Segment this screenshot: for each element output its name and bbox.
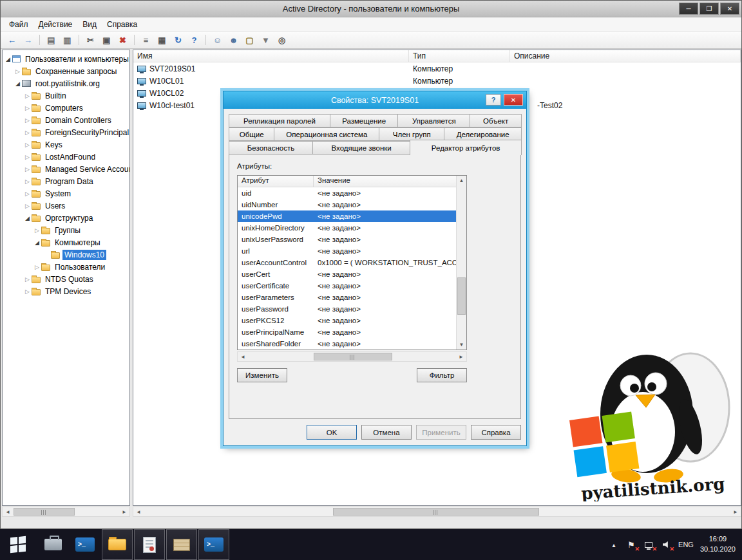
attribute-row[interactable]: userSharedFolder<не задано>	[238, 338, 456, 350]
collapse-arrow-icon[interactable]: ◢	[33, 239, 41, 246]
tree-item-domain-root[interactable]: ◢root.pyatilistnik.org	[3, 77, 129, 89]
find-icon[interactable]: ◎	[274, 33, 289, 47]
tab-password-replication[interactable]: Репликация паролей	[229, 114, 330, 127]
expand-arrow-icon[interactable]: ▷	[23, 142, 32, 148]
table-row[interactable]: SVT2019S01Компьютер	[133, 62, 741, 75]
column-header-description[interactable]: Описание	[510, 50, 741, 62]
attribute-row[interactable]: uid<не задано>	[238, 187, 456, 199]
back-icon[interactable]: ←	[5, 33, 19, 47]
tree-item-tpm-devices[interactable]: ▷TPM Devices	[3, 285, 129, 297]
scroll-right-icon[interactable]	[456, 352, 466, 361]
powershell-ise-button[interactable]	[198, 529, 229, 560]
tab-dial-in[interactable]: Входящие звонки	[312, 141, 410, 154]
powershell-button[interactable]	[70, 529, 100, 560]
delete-icon[interactable]: ✖	[115, 33, 130, 47]
table-row[interactable]: W10CL01Компьютер	[133, 75, 741, 87]
tree-item-orgstructure[interactable]: ◢Оргструктура	[3, 212, 129, 224]
expand-arrow-icon[interactable]: ▷	[23, 288, 32, 295]
server-manager-button[interactable]	[37, 529, 68, 560]
scroll-left-icon[interactable]	[133, 507, 144, 516]
tab-object[interactable]: Объект	[470, 114, 522, 127]
menu-file[interactable]: Файл	[4, 18, 33, 31]
expand-arrow-icon[interactable]: ▷	[23, 154, 32, 160]
add-user-icon[interactable]: ☺	[210, 33, 225, 47]
attribute-row[interactable]: unixUserPassword<не задано>	[238, 234, 456, 245]
expand-arrow-icon[interactable]: ▷	[23, 129, 32, 136]
library-button[interactable]	[166, 529, 197, 560]
tree-item-domain-controllers[interactable]: ▷Domain Controllers	[3, 114, 129, 126]
attributes-horizontal-scrollbar[interactable]	[237, 351, 467, 362]
tree-item-foreign-security-principals[interactable]: ▷ForeignSecurityPrincipal:	[3, 126, 129, 138]
tab-delegation[interactable]: Делегирование	[444, 127, 522, 141]
tree-item-ntds-quotas[interactable]: ▷NTDS Quotas	[3, 273, 129, 285]
tree-item-console-root[interactable]: ◢Пользователи и компьютеры	[3, 53, 129, 65]
scroll-left-icon[interactable]	[3, 507, 13, 516]
start-button[interactable]	[0, 529, 36, 560]
scroll-left-icon[interactable]	[238, 352, 248, 361]
help-button[interactable]: Справка	[471, 425, 521, 440]
expand-arrow-icon[interactable]: ▷	[23, 105, 32, 111]
tree-item-computers-ou[interactable]: ◢Компьютеры	[3, 236, 129, 248]
tree-item-lost-and-found[interactable]: ▷LostAndFound	[3, 151, 129, 163]
attribute-row[interactable]: uidNumber<не задано>	[238, 199, 456, 210]
close-button[interactable]	[720, 3, 739, 15]
filter-button[interactable]: Фильтр	[417, 368, 467, 382]
attribute-row[interactable]: unicodePwd<не задано>	[238, 210, 456, 222]
tab-general[interactable]: Общие	[229, 127, 274, 141]
expand-arrow-icon[interactable]: ▷	[23, 166, 32, 173]
properties-icon[interactable]: ▦	[155, 33, 169, 47]
attribute-row[interactable]: userPrincipalName<не задано>	[238, 326, 456, 338]
add-group-icon[interactable]: ☻	[226, 33, 241, 47]
attribute-row[interactable]: unixHomeDirectory<не задано>	[238, 222, 456, 234]
column-header-attribute[interactable]: Атрибут	[238, 176, 314, 187]
expand-arrow-icon[interactable]: ▷	[23, 203, 32, 209]
collapse-arrow-icon[interactable]: ◢	[14, 80, 22, 87]
console-tree-icon[interactable]: ▥	[60, 33, 75, 47]
dialog-close-button[interactable]	[504, 94, 523, 106]
collapse-arrow-icon[interactable]: ◢	[4, 56, 12, 62]
scrollbar-thumb[interactable]	[14, 508, 75, 516]
expand-arrow-icon[interactable]: ▷	[23, 276, 32, 283]
volume-icon[interactable]	[660, 539, 672, 550]
tree-item-system[interactable]: ▷System	[3, 187, 129, 200]
scroll-right-icon[interactable]	[730, 507, 741, 516]
tree-item-groups[interactable]: ▷Группы	[3, 224, 129, 236]
restore-button[interactable]	[699, 3, 719, 15]
tab-operating-system[interactable]: Операционная система	[274, 127, 379, 141]
scroll-up-icon[interactable]	[457, 176, 466, 185]
tab-location[interactable]: Размещение	[330, 114, 398, 127]
tree-item-computers[interactable]: ▷Computers	[3, 102, 129, 114]
ok-button[interactable]: OK	[307, 425, 357, 440]
network-icon[interactable]	[643, 539, 654, 550]
attribute-row[interactable]: userPassword<не задано>	[238, 303, 456, 315]
menu-help[interactable]: Справка	[102, 18, 142, 31]
tree-item-windows10-ou[interactable]: Windows10	[3, 248, 129, 261]
tab-member-of[interactable]: Член групп	[379, 127, 444, 141]
open-folder-icon[interactable]: ▤	[44, 33, 59, 47]
scrollbar-thumb[interactable]	[457, 277, 466, 315]
menu-view[interactable]: Вид	[77, 18, 102, 31]
tab-managed-by[interactable]: Управляется	[397, 114, 470, 127]
expand-arrow-icon[interactable]: ▷	[23, 191, 32, 197]
list-horizontal-scrollbar[interactable]	[133, 507, 741, 517]
tree-item-builtin[interactable]: ▷Builtin	[3, 89, 129, 102]
hidden-icons-chevron-icon[interactable]	[609, 541, 619, 548]
edit-button[interactable]: Изменить	[237, 368, 287, 382]
tab-security[interactable]: Безопасность	[229, 141, 313, 154]
refresh-icon[interactable]: ↻	[171, 33, 186, 47]
attribute-row[interactable]: userParameters<не задано>	[238, 292, 456, 303]
copy-icon[interactable]: ▣	[99, 33, 114, 47]
menu-action[interactable]: Действие	[33, 18, 78, 31]
scrollbar-thumb[interactable]	[314, 353, 392, 360]
attribute-row[interactable]: url<не задано>	[238, 245, 456, 257]
expand-arrow-icon[interactable]: ▷	[33, 227, 41, 234]
expand-arrow-icon[interactable]: ▷	[23, 117, 32, 124]
expand-arrow-icon[interactable]: ▷	[23, 93, 32, 99]
minimize-button[interactable]	[679, 3, 698, 15]
attribute-row[interactable]: userCert<не задано>	[238, 268, 456, 280]
expand-arrow-icon[interactable]: ▷	[23, 178, 32, 185]
attribute-row[interactable]: userCertificate<не задано>	[238, 280, 456, 292]
attribute-row[interactable]: userAccountControl0x1000 = ( WORKSTATION…	[238, 257, 456, 268]
column-header-type[interactable]: Тип	[409, 50, 510, 62]
cut-icon[interactable]: ✂	[83, 33, 98, 47]
